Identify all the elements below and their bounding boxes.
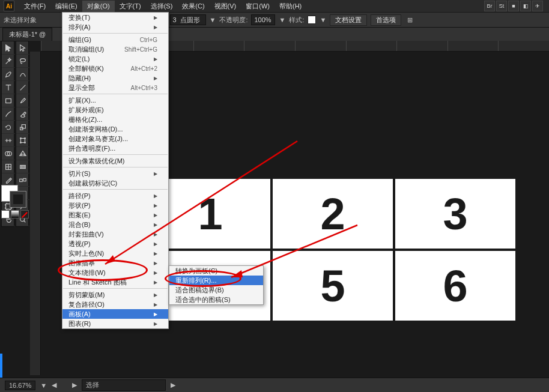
curvature-tool[interactable]: [16, 68, 29, 81]
menu-item[interactable]: 创建裁切标记(C): [62, 178, 168, 188]
menu-item[interactable]: 切片(S): [62, 169, 168, 178]
menu-item[interactable]: 复合路径(O): [62, 300, 168, 309]
line-tool[interactable]: [16, 81, 29, 94]
stroke-square[interactable]: [10, 191, 26, 208]
menu-item[interactable]: 取消编组(U)Shift+Ctrl+G: [62, 44, 168, 54]
layout-icon[interactable]: ◧: [520, 1, 531, 11]
menu-select[interactable]: 选择(S): [146, 1, 178, 12]
opacity-arrow-icon[interactable]: ▼: [279, 16, 285, 23]
menu-item[interactable]: 适合选中的图稿(S): [169, 295, 263, 304]
ruler-vertical: [30, 52, 41, 375]
prefs-button[interactable]: 首选项: [371, 14, 401, 26]
menubar-icons: Br St ■ ◧ ✈: [484, 1, 549, 11]
color-mode-row: [1, 210, 29, 219]
artboard-6[interactable]: 6: [395, 251, 515, 321]
magic-wand-tool[interactable]: [2, 55, 15, 68]
menu-item[interactable]: 排列(A): [62, 22, 168, 32]
perspective-tool[interactable]: [16, 147, 29, 160]
artboard-2[interactable]: 2: [273, 179, 393, 249]
nav-left-icon[interactable]: ◀: [52, 381, 56, 389]
selection-status: 未选择对象: [4, 16, 37, 25]
menu-object[interactable]: 对象(O): [82, 1, 115, 12]
artboard-5[interactable]: 5: [273, 251, 393, 321]
doc-tab[interactable]: 未标题-1* @: [2, 28, 52, 41]
rect-tool[interactable]: [2, 94, 15, 107]
menu-item[interactable]: 透视(P): [62, 239, 168, 249]
direct-select-tool[interactable]: [16, 41, 29, 55]
menu-item[interactable]: 封套扭曲(V): [62, 229, 168, 239]
color-button[interactable]: [1, 210, 10, 219]
artboard-3[interactable]: 3: [395, 179, 515, 249]
pen-tool[interactable]: [2, 68, 15, 81]
align-icon[interactable]: ⊞: [407, 16, 413, 24]
menu-item[interactable]: 变换(T): [62, 13, 168, 22]
menu-item[interactable]: 创建渐变网格(D)...: [62, 124, 168, 134]
hint-arrow-icon[interactable]: ▶: [171, 381, 175, 389]
style-swatch[interactable]: [308, 16, 316, 24]
gradient-tool[interactable]: [16, 160, 29, 173]
menu-item[interactable]: 混合(B): [62, 220, 168, 229]
zoom-arrow-icon[interactable]: ▼: [40, 382, 47, 389]
stock-icon[interactable]: St: [496, 1, 507, 11]
shape-builder-tool[interactable]: [2, 147, 15, 160]
nav-right-icon[interactable]: ▶: [72, 381, 77, 389]
arrange-icon[interactable]: ■: [508, 1, 519, 11]
opacity-input[interactable]: [251, 14, 275, 25]
menu-item[interactable]: 创建对象马赛克(J)...: [62, 134, 168, 143]
menu-item[interactable]: 画板(A): [62, 309, 168, 319]
mesh-tool[interactable]: [2, 160, 15, 173]
menu-item[interactable]: 剪切蒙版(M): [62, 290, 168, 300]
menu-item[interactable]: 扩展外观(E): [62, 105, 168, 115]
zoom-level[interactable]: 16.67%: [5, 381, 35, 390]
menu-type[interactable]: 文字(T): [115, 1, 146, 12]
menu-item[interactable]: 形状(P): [62, 201, 168, 210]
width-tool[interactable]: [2, 134, 15, 147]
artboard-submenu: 转换为画板(C)重新排列(R)...适合图稿边界(B)适合选中的图稿(S): [169, 265, 264, 305]
menu-item[interactable]: 图案(E): [62, 210, 168, 220]
menu-item[interactable]: 图像描摹: [62, 258, 168, 268]
style-arrow-icon[interactable]: ▼: [320, 16, 326, 23]
pencil-tool[interactable]: [2, 107, 15, 121]
menu-item[interactable]: 适合图稿边界(B): [169, 285, 263, 295]
selection-tool[interactable]: [2, 41, 15, 55]
bridge-icon[interactable]: Br: [484, 1, 495, 11]
lasso-tool[interactable]: [16, 55, 29, 68]
menu-item[interactable]: 锁定(L): [62, 54, 168, 64]
brush-tool[interactable]: [16, 94, 29, 107]
free-transform-tool[interactable]: [16, 134, 29, 147]
menu-file[interactable]: 文件(F): [19, 1, 50, 12]
tool-hint[interactable]: 选择: [82, 379, 166, 391]
menu-item[interactable]: 显示全部Alt+Ctrl+3: [62, 83, 168, 92]
menu-item[interactable]: 实时上色(N): [62, 249, 168, 258]
none-button[interactable]: [20, 210, 29, 219]
svg-rect-9: [21, 138, 25, 142]
brush-input[interactable]: [170, 14, 206, 25]
menu-help[interactable]: 帮助(H): [274, 1, 306, 12]
type-tool[interactable]: [2, 81, 15, 94]
menu-item[interactable]: 拼合透明度(F)...: [62, 143, 168, 153]
menu-item[interactable]: 重新排列(R)...: [169, 276, 263, 285]
menu-item[interactable]: 文本绕排(W): [62, 268, 168, 277]
menu-item[interactable]: 图表(R): [62, 319, 168, 328]
menu-item[interactable]: 编组(G)Ctrl+G: [62, 35, 168, 44]
menu-window[interactable]: 窗口(W): [241, 1, 274, 12]
menu-item[interactable]: 设为像素级优化(M): [62, 156, 168, 166]
menu-item[interactable]: 栅格化(Z)...: [62, 115, 168, 124]
menu-item[interactable]: 转换为画板(C): [169, 266, 263, 276]
brush-arrow-icon[interactable]: ▼: [210, 16, 216, 23]
rotate-tool[interactable]: [2, 121, 15, 134]
menu-edit[interactable]: 编辑(E): [50, 1, 82, 12]
menu-item[interactable]: 扩展(X)...: [62, 95, 168, 105]
eraser-tool[interactable]: [16, 107, 29, 121]
menu-effect[interactable]: 效果(C): [177, 1, 209, 12]
scale-tool[interactable]: [16, 121, 29, 134]
doc-setup-button[interactable]: 文档设置: [330, 14, 367, 26]
menu-item[interactable]: 隐藏(H): [62, 73, 168, 83]
plane-icon[interactable]: ✈: [532, 1, 543, 11]
gradient-button[interactable]: [11, 210, 19, 219]
fill-stroke-indicator[interactable]: [1, 185, 29, 209]
menu-item[interactable]: 路径(P): [62, 191, 168, 201]
menu-item[interactable]: Line 和 Sketch 图稿: [62, 277, 168, 287]
menu-view[interactable]: 视图(V): [210, 1, 241, 12]
menu-item[interactable]: 全部解锁(K)Alt+Ctrl+2: [62, 64, 168, 73]
